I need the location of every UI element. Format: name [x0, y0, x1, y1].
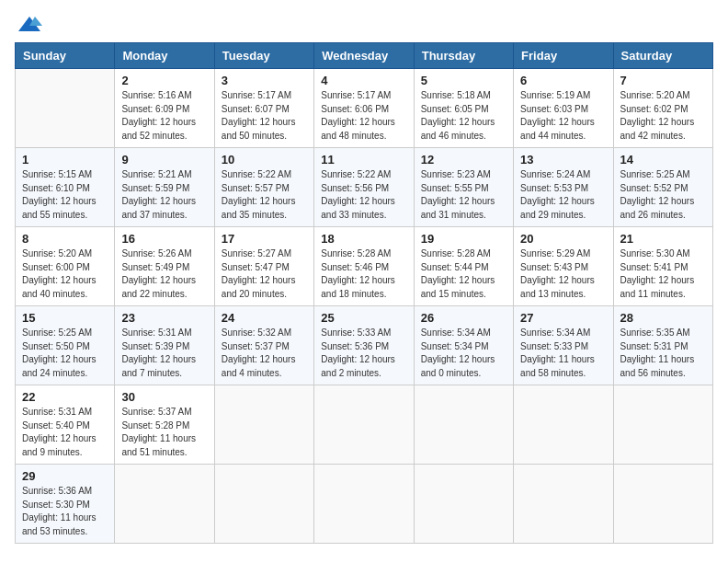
day-number: 20	[520, 232, 606, 246]
day-info: Sunrise: 5:30 AM Sunset: 5:41 PM Dayligh…	[620, 247, 706, 301]
day-info: Sunrise: 5:24 AM Sunset: 5:53 PM Dayligh…	[520, 168, 606, 222]
day-info: Sunrise: 5:28 AM Sunset: 5:46 PM Dayligh…	[321, 247, 406, 301]
calendar-cell: 6 Sunrise: 5:19 AM Sunset: 6:03 PM Dayli…	[514, 69, 613, 148]
day-number: 29	[22, 469, 108, 483]
col-header-thursday: Thursday	[414, 43, 513, 69]
day-number: 8	[22, 232, 108, 246]
day-number: 4	[321, 74, 406, 87]
day-info: Sunrise: 5:35 AM Sunset: 5:31 PM Dayligh…	[620, 327, 706, 380]
calendar-cell	[115, 465, 214, 544]
calendar-cell: 22 Sunrise: 5:31 AM Sunset: 5:40 PM Dayl…	[16, 385, 115, 465]
day-info: Sunrise: 5:20 AM Sunset: 6:02 PM Dayligh…	[620, 89, 706, 143]
calendar-cell: 15 Sunrise: 5:25 AM Sunset: 5:50 PM Dayl…	[16, 306, 115, 385]
col-header-friday: Friday	[514, 43, 613, 69]
calendar-week-1: 1 Sunrise: 5:15 AM Sunset: 6:10 PM Dayli…	[16, 148, 713, 227]
calendar-cell: 30 Sunrise: 5:37 AM Sunset: 5:28 PM Dayl…	[115, 385, 214, 465]
calendar-week-5: 29 Sunrise: 5:36 AM Sunset: 5:30 PM Dayl…	[16, 465, 713, 544]
day-number: 25	[321, 311, 406, 325]
calendar-cell	[16, 69, 115, 148]
calendar-cell	[613, 385, 712, 465]
day-number: 16	[121, 232, 207, 246]
calendar-cell: 13 Sunrise: 5:24 AM Sunset: 5:53 PM Dayl…	[514, 148, 613, 227]
day-number: 9	[121, 153, 207, 167]
day-number: 12	[421, 153, 506, 167]
calendar-cell: 2 Sunrise: 5:16 AM Sunset: 6:09 PM Dayli…	[115, 69, 214, 148]
logo	[15, 15, 44, 33]
day-number: 24	[222, 311, 307, 325]
col-header-saturday: Saturday	[613, 43, 712, 69]
day-info: Sunrise: 5:15 AM Sunset: 6:10 PM Dayligh…	[22, 168, 108, 222]
calendar-cell: 5 Sunrise: 5:18 AM Sunset: 6:05 PM Dayli…	[414, 69, 513, 148]
calendar-cell: 28 Sunrise: 5:35 AM Sunset: 5:31 PM Dayl…	[613, 306, 712, 385]
day-number: 11	[321, 153, 406, 167]
day-info: Sunrise: 5:34 AM Sunset: 5:34 PM Dayligh…	[421, 327, 506, 380]
calendar-cell: 25 Sunrise: 5:33 AM Sunset: 5:36 PM Dayl…	[314, 306, 414, 385]
logo-icon	[17, 15, 42, 33]
day-info: Sunrise: 5:27 AM Sunset: 5:47 PM Dayligh…	[222, 247, 307, 301]
day-number: 6	[520, 74, 606, 87]
day-number: 13	[520, 153, 606, 167]
day-number: 5	[421, 74, 506, 87]
day-info: Sunrise: 5:33 AM Sunset: 5:36 PM Dayligh…	[321, 327, 406, 380]
day-number: 15	[22, 311, 108, 325]
calendar-cell: 12 Sunrise: 5:23 AM Sunset: 5:55 PM Dayl…	[414, 148, 513, 227]
day-number: 30	[121, 390, 207, 404]
day-info: Sunrise: 5:16 AM Sunset: 6:09 PM Dayligh…	[121, 89, 207, 143]
col-header-wednesday: Wednesday	[314, 43, 414, 69]
calendar-cell: 24 Sunrise: 5:32 AM Sunset: 5:37 PM Dayl…	[214, 306, 313, 385]
col-header-monday: Monday	[115, 43, 214, 69]
calendar-cell: 29 Sunrise: 5:36 AM Sunset: 5:30 PM Dayl…	[16, 465, 115, 544]
calendar-cell: 1 Sunrise: 5:15 AM Sunset: 6:10 PM Dayli…	[16, 148, 115, 227]
calendar-cell	[314, 385, 414, 465]
calendar-cell: 11 Sunrise: 5:22 AM Sunset: 5:56 PM Dayl…	[314, 148, 414, 227]
day-number: 7	[620, 74, 706, 87]
calendar-cell: 19 Sunrise: 5:28 AM Sunset: 5:44 PM Dayl…	[414, 227, 513, 306]
day-info: Sunrise: 5:18 AM Sunset: 6:05 PM Dayligh…	[421, 89, 506, 143]
calendar-week-4: 22 Sunrise: 5:31 AM Sunset: 5:40 PM Dayl…	[16, 385, 713, 465]
calendar-cell: 18 Sunrise: 5:28 AM Sunset: 5:46 PM Dayl…	[314, 227, 414, 306]
day-info: Sunrise: 5:23 AM Sunset: 5:55 PM Dayligh…	[421, 168, 506, 222]
day-number: 26	[421, 311, 506, 325]
calendar-cell: 9 Sunrise: 5:21 AM Sunset: 5:59 PM Dayli…	[115, 148, 214, 227]
day-number: 3	[222, 74, 307, 87]
day-info: Sunrise: 5:25 AM Sunset: 5:52 PM Dayligh…	[620, 168, 706, 222]
calendar-cell: 16 Sunrise: 5:26 AM Sunset: 5:49 PM Dayl…	[115, 227, 214, 306]
day-number: 19	[421, 232, 506, 246]
calendar-header-row: SundayMondayTuesdayWednesdayThursdayFrid…	[16, 43, 713, 69]
day-number: 1	[22, 153, 108, 167]
calendar-cell	[514, 465, 613, 544]
day-info: Sunrise: 5:20 AM Sunset: 6:00 PM Dayligh…	[22, 247, 108, 301]
day-info: Sunrise: 5:22 AM Sunset: 5:56 PM Dayligh…	[321, 168, 406, 222]
day-info: Sunrise: 5:34 AM Sunset: 5:33 PM Dayligh…	[520, 327, 606, 380]
day-number: 18	[321, 232, 406, 246]
day-number: 27	[520, 311, 606, 325]
day-info: Sunrise: 5:31 AM Sunset: 5:39 PM Dayligh…	[121, 327, 207, 380]
day-info: Sunrise: 5:37 AM Sunset: 5:28 PM Dayligh…	[121, 406, 207, 459]
calendar-cell	[314, 465, 414, 544]
calendar-cell: 3 Sunrise: 5:17 AM Sunset: 6:07 PM Dayli…	[214, 69, 313, 148]
calendar-week-3: 15 Sunrise: 5:25 AM Sunset: 5:50 PM Dayl…	[16, 306, 713, 385]
calendar-cell	[414, 465, 513, 544]
day-info: Sunrise: 5:29 AM Sunset: 5:43 PM Dayligh…	[520, 247, 606, 301]
day-info: Sunrise: 5:17 AM Sunset: 6:06 PM Dayligh…	[321, 89, 406, 143]
day-info: Sunrise: 5:31 AM Sunset: 5:40 PM Dayligh…	[22, 406, 108, 459]
calendar-cell: 21 Sunrise: 5:30 AM Sunset: 5:41 PM Dayl…	[613, 227, 712, 306]
day-number: 17	[222, 232, 307, 246]
page-header	[15, 15, 713, 33]
calendar-cell: 14 Sunrise: 5:25 AM Sunset: 5:52 PM Dayl…	[613, 148, 712, 227]
calendar-cell	[514, 385, 613, 465]
day-info: Sunrise: 5:36 AM Sunset: 5:30 PM Dayligh…	[22, 485, 108, 538]
col-header-tuesday: Tuesday	[214, 43, 313, 69]
calendar-cell: 8 Sunrise: 5:20 AM Sunset: 6:00 PM Dayli…	[16, 227, 115, 306]
calendar-cell: 27 Sunrise: 5:34 AM Sunset: 5:33 PM Dayl…	[514, 306, 613, 385]
day-info: Sunrise: 5:32 AM Sunset: 5:37 PM Dayligh…	[222, 327, 307, 380]
day-number: 21	[620, 232, 706, 246]
day-info: Sunrise: 5:22 AM Sunset: 5:57 PM Dayligh…	[222, 168, 307, 222]
day-info: Sunrise: 5:25 AM Sunset: 5:50 PM Dayligh…	[22, 327, 108, 380]
calendar-cell: 4 Sunrise: 5:17 AM Sunset: 6:06 PM Dayli…	[314, 69, 414, 148]
day-number: 22	[22, 390, 108, 404]
calendar-cell	[414, 385, 513, 465]
day-info: Sunrise: 5:26 AM Sunset: 5:49 PM Dayligh…	[121, 247, 207, 301]
calendar-cell: 26 Sunrise: 5:34 AM Sunset: 5:34 PM Dayl…	[414, 306, 513, 385]
calendar-cell: 17 Sunrise: 5:27 AM Sunset: 5:47 PM Dayl…	[214, 227, 313, 306]
